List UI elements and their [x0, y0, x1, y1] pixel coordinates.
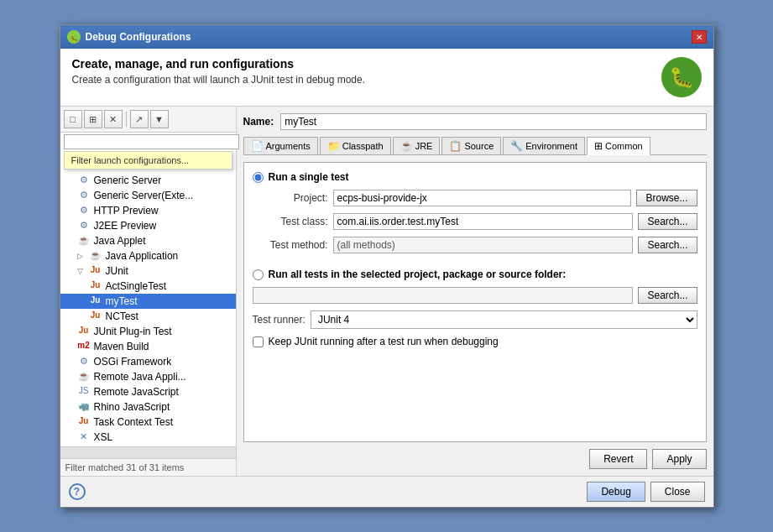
tree-item-java-applet[interactable]: ☕ Java Applet — [60, 233, 236, 248]
tab-common[interactable]: ⊞ Common — [587, 137, 650, 155]
mytest-icon: Ju — [89, 295, 102, 307]
tree-item-label: Remote JavaScript — [94, 386, 179, 398]
title-bar: 🐛 Debug Configurations ✕ — [60, 25, 713, 49]
tree-item-label: Java Application — [106, 250, 179, 262]
copy-config-button[interactable]: ⊞ — [84, 110, 102, 128]
tab-classpath[interactable]: 📁 Classpath — [320, 137, 391, 154]
tab-arguments[interactable]: 📄 Arguments — [243, 137, 318, 154]
right-panel: Name: 📄 Arguments 📁 Classpath ☕ JRE 📋 — [237, 107, 713, 476]
testmethod-input[interactable] — [333, 237, 634, 253]
testclass-label: Test class: — [253, 216, 328, 227]
name-input[interactable] — [280, 113, 706, 130]
tree-item-remote-js[interactable]: JS Remote JavaScript — [60, 384, 236, 399]
rhino-js-icon: 🦏 — [77, 401, 91, 413]
tree-item-label: J2EE Preview — [94, 220, 157, 232]
tab-arguments-label: Arguments — [266, 141, 311, 151]
header-subtitle: Create a configuration that will launch … — [72, 74, 366, 86]
tree-item-task-context[interactable]: Ju Task Context Test — [60, 415, 236, 430]
tree-item-rhino-js[interactable]: 🦏 Rhino JavaScript — [60, 399, 236, 415]
testclass-input[interactable] — [333, 213, 634, 230]
runner-label: Test runner: — [253, 314, 306, 326]
tab-environment[interactable]: 🔧 Environment — [503, 137, 585, 154]
config-buttons: Revert Apply — [243, 449, 707, 469]
jre-tab-icon: ☕ — [400, 140, 413, 152]
tree-item-osgi[interactable]: ⚙ OSGi Framework — [60, 354, 236, 369]
common-tab-icon: ⊞ — [594, 140, 603, 152]
main-content: □ ⊞ ✕ ↗ ▼ Filter launch configurations..… — [60, 107, 713, 476]
tree-item-label: Rhino JavaScript — [94, 401, 170, 413]
nctest-icon: Ju — [89, 310, 102, 322]
project-label: Project: — [253, 192, 328, 204]
tab-bar: 📄 Arguments 📁 Classpath ☕ JRE 📋 Source 🔧 — [243, 137, 707, 155]
tree-item-label: Generic Server(Exte... — [94, 190, 194, 201]
all-tests-input[interactable] — [253, 287, 634, 304]
testmethod-label: Test method: — [253, 239, 328, 251]
config-content: Run a single test Project: Browse... Tes… — [243, 162, 707, 442]
tree-item-label: Task Context Test — [94, 416, 174, 428]
toolbar-separator — [126, 112, 127, 127]
header-section: Create, manage, and run configurations C… — [60, 49, 713, 107]
tree-item-label: Remote Java Appli... — [94, 371, 186, 383]
revert-button[interactable]: Revert — [589, 449, 647, 469]
keep-running-label: Keep JUnit running after a test run when… — [269, 336, 499, 347]
tree-item-maven-build[interactable]: m2 Maven Build — [60, 339, 236, 354]
apply-button[interactable]: Apply — [652, 449, 706, 469]
close-button[interactable]: ✕ — [692, 30, 707, 44]
tree-item-nctest[interactable]: Ju NCTest — [60, 309, 236, 324]
junit-plugin-icon: Ju — [77, 326, 91, 337]
horizontal-scrollbar[interactable] — [60, 446, 236, 458]
delete-config-button[interactable]: ✕ — [104, 110, 123, 128]
classpath-tab-icon: 📁 — [327, 140, 340, 152]
filter-config-button[interactable]: ▼ — [150, 110, 169, 128]
run-single-test-radio[interactable] — [253, 172, 264, 183]
keep-running-checkbox[interactable] — [253, 336, 264, 347]
osgi-icon: ⚙ — [77, 356, 91, 368]
keep-running-row: Keep JUnit running after a test run when… — [253, 336, 697, 347]
single-test-group: Run a single test Project: Browse... Tes… — [253, 171, 697, 253]
expand-icon: ▷ — [77, 252, 86, 260]
remote-js-icon: JS — [77, 386, 91, 398]
tab-classpath-label: Classpath — [342, 141, 384, 151]
project-browse-button[interactable]: Browse... — [636, 190, 697, 206]
name-label: Name: — [243, 116, 274, 128]
run-single-test-label[interactable]: Run a single test — [253, 171, 697, 183]
tree-item-generic-server-ext[interactable]: ⚙ Generic Server(Exte... — [60, 188, 236, 203]
tree-item-act-single-test[interactable]: Ju ActSingleTest — [60, 279, 236, 294]
run-all-tests-radio[interactable] — [253, 269, 264, 280]
dialog-icon: 🐛 — [67, 30, 81, 44]
runner-select[interactable]: JUnit 4 JUnit 3 JUnit 5 — [311, 310, 697, 329]
export-config-button[interactable]: ↗ — [130, 110, 149, 128]
tree-list: ⚙ Generic Server ⚙ Generic Server(Exte..… — [60, 171, 236, 446]
tab-source-label: Source — [464, 141, 494, 151]
tree-item-java-application[interactable]: ▷ ☕ Java Application — [60, 248, 236, 263]
debug-button[interactable]: Debug — [587, 482, 645, 502]
all-tests-search-button[interactable]: Search... — [638, 287, 697, 304]
testclass-search-button[interactable]: Search... — [638, 213, 697, 230]
tree-item-label: JUnit Plug-in Test — [94, 326, 172, 337]
java-application-icon: ☕ — [89, 250, 102, 262]
close-dialog-button[interactable]: Close — [650, 482, 705, 502]
bottom-bar: ? Debug Close — [60, 476, 713, 507]
tree-item-mytest[interactable]: Ju myTest — [60, 294, 236, 309]
help-button[interactable]: ? — [69, 483, 86, 500]
tree-item-j2ee-preview[interactable]: ⚙ J2EE Preview — [60, 218, 236, 233]
tree-item-http-preview[interactable]: ⚙ HTTP Preview — [60, 203, 236, 218]
remote-java-icon: ☕ — [77, 371, 91, 383]
tree-item-junit[interactable]: ▽ Ju JUnit — [60, 263, 236, 279]
testclass-row: Test class: Search... — [253, 213, 697, 230]
dialog-title: Debug Configurations — [86, 31, 191, 43]
tree-item-label: Maven Build — [94, 341, 149, 352]
tree-item-label: ActSingleTest — [106, 280, 167, 292]
run-all-tests-label[interactable]: Run all tests in the selected project, p… — [253, 269, 697, 280]
search-input[interactable] — [64, 134, 239, 149]
tree-item-xsl[interactable]: ✕ XSL — [60, 430, 236, 445]
tree-item-junit-plugin[interactable]: Ju JUnit Plug-in Test — [60, 324, 236, 339]
new-config-button[interactable]: □ — [64, 110, 82, 128]
tree-item-generic-server[interactable]: ⚙ Generic Server — [60, 173, 236, 188]
tree-item-remote-java[interactable]: ☕ Remote Java Appli... — [60, 369, 236, 384]
project-input[interactable] — [333, 190, 632, 206]
testmethod-search-button[interactable]: Search... — [638, 237, 697, 253]
tab-jre[interactable]: ☕ JRE — [393, 137, 441, 154]
tab-source[interactable]: 📋 Source — [441, 137, 501, 154]
act-single-test-icon: Ju — [89, 280, 102, 292]
